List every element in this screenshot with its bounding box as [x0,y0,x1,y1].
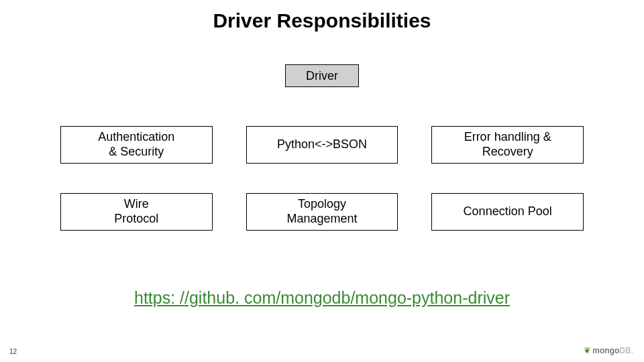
github-link[interactable]: https: //github. com/mongodb/mongo-pytho… [0,288,644,308]
slide-title: Driver Responsibilities [0,9,644,32]
box-python-bson: Python<->BSON [246,126,398,164]
logo-brand: mongo [592,346,619,355]
box-error-handling-recovery: Error handling & Recovery [431,126,584,164]
driver-root-box: Driver [285,64,359,87]
leaf-icon: ❦ [584,345,591,355]
mongodb-logo: ❦ mongo DB . [584,345,633,355]
box-wire-protocol: Wire Protocol [60,193,213,231]
slide: Driver Responsibilities Driver Authentic… [0,0,644,362]
box-topology-management: Topology Management [246,193,398,231]
responsibilities-grid: Authentication & Security Python<->BSON … [60,126,584,231]
logo-dot: . [631,346,633,355]
box-connection-pool: Connection Pool [431,193,584,231]
page-number: 12 [9,348,17,355]
logo-suffix: DB [619,346,631,355]
box-authentication-security: Authentication & Security [60,126,213,164]
